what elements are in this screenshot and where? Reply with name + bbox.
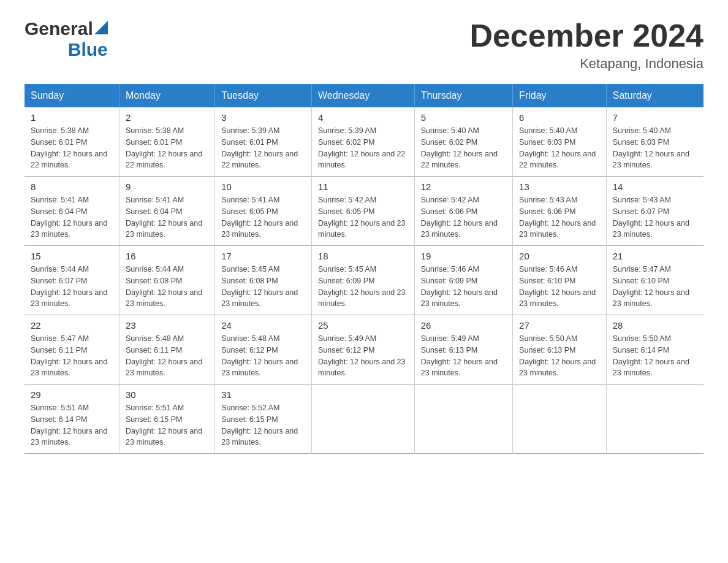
calendar-cell: 31Sunrise: 5:52 AMSunset: 6:15 PMDayligh…: [215, 385, 312, 454]
day-number: 16: [126, 251, 208, 261]
calendar-cell: 17Sunrise: 5:45 AMSunset: 6:08 PMDayligh…: [215, 246, 312, 315]
day-info: Sunrise: 5:40 AMSunset: 6:03 PMDaylight:…: [519, 125, 600, 171]
calendar-cell: 19Sunrise: 5:46 AMSunset: 6:09 PMDayligh…: [414, 246, 512, 315]
header-tuesday: Tuesday: [215, 84, 312, 107]
calendar-header-row: SundayMondayTuesdayWednesdayThursdayFrid…: [25, 84, 703, 107]
day-number: 13: [519, 182, 600, 192]
calendar-cell: 20Sunrise: 5:46 AMSunset: 6:10 PMDayligh…: [513, 246, 607, 315]
day-info: Sunrise: 5:51 AMSunset: 6:14 PMDaylight:…: [31, 402, 113, 448]
calendar-cell: 13Sunrise: 5:43 AMSunset: 6:06 PMDayligh…: [513, 177, 607, 246]
day-info: Sunrise: 5:44 AMSunset: 6:07 PMDaylight:…: [31, 264, 113, 310]
day-number: 15: [31, 251, 113, 261]
day-info: Sunrise: 5:48 AMSunset: 6:11 PMDaylight:…: [126, 333, 208, 379]
calendar-cell: 8Sunrise: 5:41 AMSunset: 6:04 PMDaylight…: [25, 177, 119, 246]
day-number: 24: [221, 320, 305, 331]
day-info: Sunrise: 5:49 AMSunset: 6:12 PMDaylight:…: [318, 333, 408, 379]
day-info: Sunrise: 5:46 AMSunset: 6:10 PMDaylight:…: [519, 264, 600, 310]
calendar-cell: 24Sunrise: 5:48 AMSunset: 6:12 PMDayligh…: [215, 315, 312, 385]
calendar-cell: [513, 385, 607, 454]
day-info: Sunrise: 5:42 AMSunset: 6:05 PMDaylight:…: [318, 194, 408, 240]
day-number: 1: [31, 112, 113, 123]
day-info: Sunrise: 5:50 AMSunset: 6:14 PMDaylight:…: [613, 333, 697, 379]
calendar-cell: 23Sunrise: 5:48 AMSunset: 6:11 PMDayligh…: [119, 315, 215, 385]
header-sunday: Sunday: [25, 84, 119, 107]
day-info: Sunrise: 5:39 AMSunset: 6:01 PMDaylight:…: [221, 125, 305, 171]
day-number: 25: [318, 320, 408, 331]
svg-marker-0: [94, 21, 108, 34]
subtitle: Ketapang, Indonesia: [469, 56, 703, 72]
header-monday: Monday: [119, 84, 215, 107]
calendar-cell: 28Sunrise: 5:50 AMSunset: 6:14 PMDayligh…: [606, 315, 703, 385]
day-number: 30: [126, 389, 208, 400]
calendar-cell: 12Sunrise: 5:42 AMSunset: 6:06 PMDayligh…: [414, 177, 512, 246]
calendar-cell: 7Sunrise: 5:40 AMSunset: 6:03 PMDaylight…: [606, 107, 703, 177]
calendar-cell: [414, 385, 512, 454]
day-number: 21: [613, 251, 697, 261]
calendar-cell: 30Sunrise: 5:51 AMSunset: 6:15 PMDayligh…: [119, 385, 215, 454]
header: General Blue December 2024 Ketapang, Ind…: [25, 18, 703, 72]
day-info: Sunrise: 5:42 AMSunset: 6:06 PMDaylight:…: [421, 194, 506, 240]
calendar-week-row: 15Sunrise: 5:44 AMSunset: 6:07 PMDayligh…: [25, 246, 703, 315]
calendar-cell: 29Sunrise: 5:51 AMSunset: 6:14 PMDayligh…: [25, 385, 119, 454]
day-number: 3: [221, 112, 305, 123]
logo: General Blue: [25, 18, 108, 60]
calendar-cell: 5Sunrise: 5:40 AMSunset: 6:02 PMDaylight…: [414, 107, 512, 177]
day-info: Sunrise: 5:50 AMSunset: 6:13 PMDaylight:…: [519, 333, 600, 379]
day-info: Sunrise: 5:43 AMSunset: 6:07 PMDaylight:…: [613, 194, 697, 240]
day-info: Sunrise: 5:41 AMSunset: 6:04 PMDaylight:…: [31, 194, 113, 240]
logo-blue: Blue: [68, 39, 108, 60]
calendar-cell: 18Sunrise: 5:45 AMSunset: 6:09 PMDayligh…: [312, 246, 415, 315]
day-info: Sunrise: 5:43 AMSunset: 6:06 PMDaylight:…: [519, 194, 600, 240]
day-number: 7: [613, 112, 697, 123]
calendar-cell: [312, 385, 415, 454]
calendar-cell: 16Sunrise: 5:44 AMSunset: 6:08 PMDayligh…: [119, 246, 215, 315]
calendar-cell: 27Sunrise: 5:50 AMSunset: 6:13 PMDayligh…: [513, 315, 607, 385]
day-number: 2: [126, 112, 208, 123]
calendar-cell: 10Sunrise: 5:41 AMSunset: 6:05 PMDayligh…: [215, 177, 312, 246]
day-number: 29: [31, 389, 113, 400]
day-number: 26: [421, 320, 506, 331]
day-number: 17: [221, 251, 305, 261]
calendar-cell: [606, 385, 703, 454]
calendar-cell: 11Sunrise: 5:42 AMSunset: 6:05 PMDayligh…: [312, 177, 415, 246]
day-number: 14: [613, 182, 697, 192]
day-info: Sunrise: 5:41 AMSunset: 6:05 PMDaylight:…: [221, 194, 305, 240]
day-number: 12: [421, 182, 506, 192]
calendar-cell: 14Sunrise: 5:43 AMSunset: 6:07 PMDayligh…: [606, 177, 703, 246]
day-number: 6: [519, 112, 600, 123]
day-info: Sunrise: 5:45 AMSunset: 6:09 PMDaylight:…: [318, 264, 408, 310]
calendar-week-row: 29Sunrise: 5:51 AMSunset: 6:14 PMDayligh…: [25, 385, 703, 454]
day-number: 9: [126, 182, 208, 192]
day-info: Sunrise: 5:47 AMSunset: 6:10 PMDaylight:…: [613, 264, 697, 310]
day-number: 10: [221, 182, 305, 192]
calendar-week-row: 8Sunrise: 5:41 AMSunset: 6:04 PMDaylight…: [25, 177, 703, 246]
day-info: Sunrise: 5:38 AMSunset: 6:01 PMDaylight:…: [126, 125, 208, 171]
day-info: Sunrise: 5:40 AMSunset: 6:03 PMDaylight:…: [613, 125, 697, 171]
day-number: 5: [421, 112, 506, 123]
calendar-cell: 3Sunrise: 5:39 AMSunset: 6:01 PMDaylight…: [215, 107, 312, 177]
day-number: 4: [318, 112, 408, 123]
day-number: 22: [31, 320, 113, 331]
calendar-cell: 9Sunrise: 5:41 AMSunset: 6:04 PMDaylight…: [119, 177, 215, 246]
calendar-table: SundayMondayTuesdayWednesdayThursdayFrid…: [25, 84, 703, 454]
day-number: 8: [31, 182, 113, 192]
logo-general: General: [25, 18, 93, 39]
calendar-cell: 25Sunrise: 5:49 AMSunset: 6:12 PMDayligh…: [312, 315, 415, 385]
header-saturday: Saturday: [606, 84, 703, 107]
day-number: 11: [318, 182, 408, 192]
calendar-cell: 4Sunrise: 5:39 AMSunset: 6:02 PMDaylight…: [312, 107, 415, 177]
day-number: 28: [613, 320, 697, 331]
header-wednesday: Wednesday: [312, 84, 415, 107]
day-info: Sunrise: 5:41 AMSunset: 6:04 PMDaylight:…: [126, 194, 208, 240]
day-info: Sunrise: 5:38 AMSunset: 6:01 PMDaylight:…: [31, 125, 113, 171]
header-friday: Friday: [513, 84, 607, 107]
title-section: December 2024 Ketapang, Indonesia: [469, 18, 703, 72]
calendar-week-row: 22Sunrise: 5:47 AMSunset: 6:11 PMDayligh…: [25, 315, 703, 385]
day-info: Sunrise: 5:40 AMSunset: 6:02 PMDaylight:…: [421, 125, 506, 171]
day-info: Sunrise: 5:39 AMSunset: 6:02 PMDaylight:…: [318, 125, 408, 171]
day-number: 31: [221, 389, 305, 400]
day-info: Sunrise: 5:45 AMSunset: 6:08 PMDaylight:…: [221, 264, 305, 310]
day-number: 23: [126, 320, 208, 331]
page-title: December 2024: [469, 18, 703, 53]
logo-icon: [94, 21, 108, 34]
